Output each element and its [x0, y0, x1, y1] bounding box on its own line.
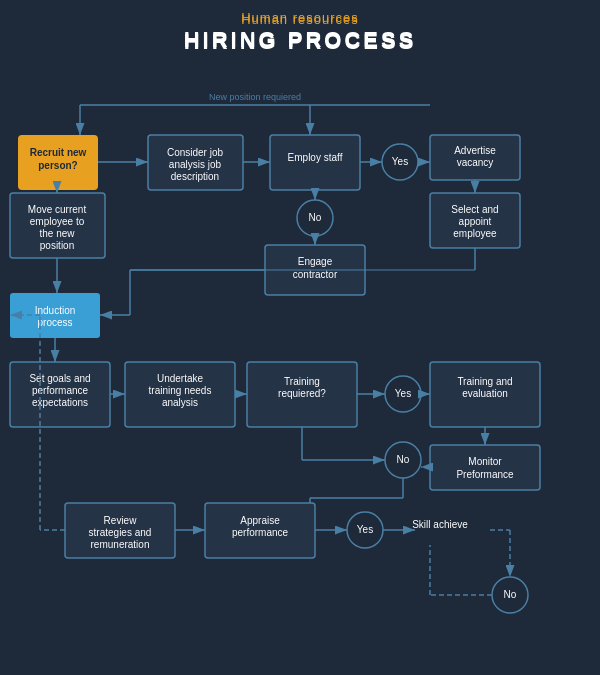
svg-text:analysis job: analysis job [169, 159, 222, 170]
svg-text:Yes: Yes [395, 388, 411, 399]
diagram-container: Human resources HIRING PROCESS New posit… [0, 0, 600, 675]
svg-text:Skill achieve: Skill achieve [412, 519, 468, 530]
svg-text:No: No [309, 212, 322, 223]
svg-text:position: position [40, 240, 74, 251]
svg-text:Preformance: Preformance [456, 469, 514, 480]
svg-text:Monitor: Monitor [468, 456, 502, 467]
svg-text:Engage: Engage [298, 256, 333, 267]
svg-text:No: No [504, 589, 517, 600]
svg-text:strategies and: strategies and [89, 527, 152, 538]
svg-text:New position requiered: New position requiered [209, 92, 301, 102]
svg-text:analysis: analysis [162, 397, 198, 408]
svg-text:appoint: appoint [459, 216, 492, 227]
svg-text:Consider job: Consider job [167, 147, 224, 158]
svg-text:Yes: Yes [392, 156, 408, 167]
svg-text:the new: the new [39, 228, 75, 239]
svg-text:evaluation: evaluation [462, 388, 508, 399]
svg-text:description: description [171, 171, 219, 182]
svg-text:Training and: Training and [457, 376, 512, 387]
svg-text:employee: employee [453, 228, 497, 239]
svg-text:Appraise: Appraise [240, 515, 280, 526]
svg-text:Induction: Induction [35, 305, 76, 316]
svg-text:process: process [37, 317, 72, 328]
svg-text:Move current: Move current [28, 204, 87, 215]
svg-text:remuneration: remuneration [91, 539, 150, 550]
svg-text:Recruit new: Recruit new [30, 147, 87, 158]
svg-text:Yes: Yes [357, 524, 373, 535]
svg-text:Training: Training [284, 376, 320, 387]
svg-text:Review: Review [104, 515, 138, 526]
svg-text:Advertise: Advertise [454, 145, 496, 156]
svg-text:requiered?: requiered? [278, 388, 326, 399]
svg-text:Select and: Select and [451, 204, 498, 215]
svg-text:training needs: training needs [149, 385, 212, 396]
svg-text:employee to: employee to [30, 216, 85, 227]
svg-text:performance: performance [232, 527, 289, 538]
svg-text:Set goals and: Set goals and [29, 373, 90, 384]
svg-text:vacancy: vacancy [457, 157, 494, 168]
svg-text:Undertake: Undertake [157, 373, 204, 384]
monitor-box [430, 445, 540, 490]
svg-text:Employ staff: Employ staff [288, 152, 343, 163]
svg-text:person?: person? [38, 160, 77, 171]
svg-text:No: No [397, 454, 410, 465]
